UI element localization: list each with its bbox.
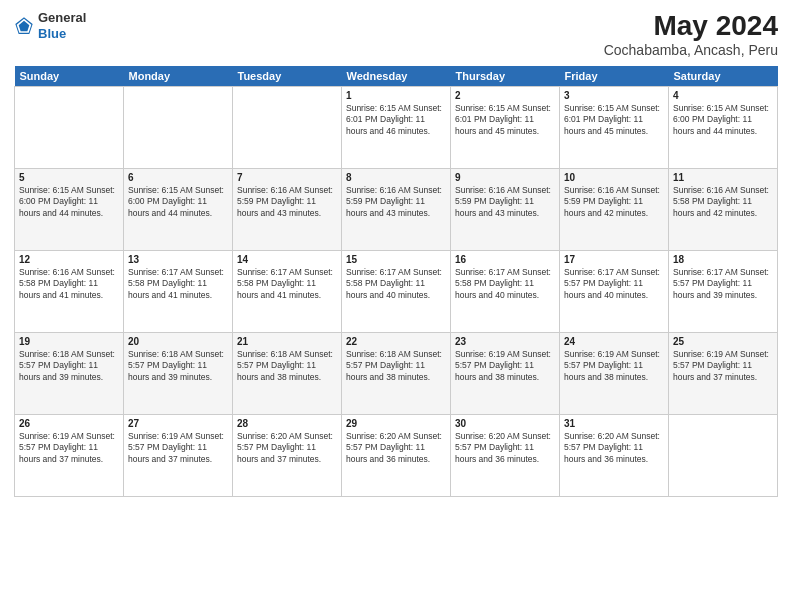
day-info: Sunrise: 6:17 AM Sunset: 5:57 PM Dayligh… [564,267,664,301]
calendar-table: Sunday Monday Tuesday Wednesday Thursday… [14,66,778,497]
day-number: 5 [19,172,119,183]
day-number: 27 [128,418,228,429]
day-number: 20 [128,336,228,347]
day-number: 13 [128,254,228,265]
logo-icon [14,16,34,36]
header-row: Sunday Monday Tuesday Wednesday Thursday… [15,66,778,87]
calendar-cell: 11Sunrise: 6:16 AM Sunset: 5:58 PM Dayli… [669,169,778,251]
calendar-cell: 28Sunrise: 6:20 AM Sunset: 5:57 PM Dayli… [233,415,342,497]
day-number: 7 [237,172,337,183]
calendar-cell [669,415,778,497]
day-info: Sunrise: 6:16 AM Sunset: 5:59 PM Dayligh… [564,185,664,219]
calendar-cell: 30Sunrise: 6:20 AM Sunset: 5:57 PM Dayli… [451,415,560,497]
calendar-cell: 12Sunrise: 6:16 AM Sunset: 5:58 PM Dayli… [15,251,124,333]
title-block: May 2024 Cochabamba, Ancash, Peru [604,10,778,58]
day-info: Sunrise: 6:19 AM Sunset: 5:57 PM Dayligh… [128,431,228,465]
day-number: 6 [128,172,228,183]
calendar-week-1: 1Sunrise: 6:15 AM Sunset: 6:01 PM Daylig… [15,87,778,169]
calendar-cell: 17Sunrise: 6:17 AM Sunset: 5:57 PM Dayli… [560,251,669,333]
page: General Blue May 2024 Cochabamba, Ancash… [0,0,792,612]
day-number: 18 [673,254,773,265]
day-number: 31 [564,418,664,429]
calendar-week-2: 5Sunrise: 6:15 AM Sunset: 6:00 PM Daylig… [15,169,778,251]
calendar-cell: 6Sunrise: 6:15 AM Sunset: 6:00 PM Daylig… [124,169,233,251]
calendar-cell: 16Sunrise: 6:17 AM Sunset: 5:58 PM Dayli… [451,251,560,333]
day-number: 1 [346,90,446,101]
day-info: Sunrise: 6:20 AM Sunset: 5:57 PM Dayligh… [237,431,337,465]
calendar-cell: 10Sunrise: 6:16 AM Sunset: 5:59 PM Dayli… [560,169,669,251]
day-info: Sunrise: 6:15 AM Sunset: 6:00 PM Dayligh… [19,185,119,219]
calendar-cell: 20Sunrise: 6:18 AM Sunset: 5:57 PM Dayli… [124,333,233,415]
day-info: Sunrise: 6:15 AM Sunset: 6:00 PM Dayligh… [673,103,773,137]
calendar-cell: 9Sunrise: 6:16 AM Sunset: 5:59 PM Daylig… [451,169,560,251]
header: General Blue May 2024 Cochabamba, Ancash… [14,10,778,58]
day-info: Sunrise: 6:17 AM Sunset: 5:58 PM Dayligh… [128,267,228,301]
day-info: Sunrise: 6:18 AM Sunset: 5:57 PM Dayligh… [237,349,337,383]
day-number: 4 [673,90,773,101]
day-info: Sunrise: 6:20 AM Sunset: 5:57 PM Dayligh… [346,431,446,465]
day-number: 24 [564,336,664,347]
calendar-cell: 2Sunrise: 6:15 AM Sunset: 6:01 PM Daylig… [451,87,560,169]
day-info: Sunrise: 6:15 AM Sunset: 6:01 PM Dayligh… [564,103,664,137]
col-tuesday: Tuesday [233,66,342,87]
calendar-cell: 21Sunrise: 6:18 AM Sunset: 5:57 PM Dayli… [233,333,342,415]
col-monday: Monday [124,66,233,87]
calendar-cell: 4Sunrise: 6:15 AM Sunset: 6:00 PM Daylig… [669,87,778,169]
day-info: Sunrise: 6:15 AM Sunset: 6:01 PM Dayligh… [455,103,555,137]
day-info: Sunrise: 6:17 AM Sunset: 5:57 PM Dayligh… [673,267,773,301]
calendar-title: May 2024 [604,10,778,42]
day-number: 11 [673,172,773,183]
logo-text: General Blue [38,10,86,41]
day-info: Sunrise: 6:18 AM Sunset: 5:57 PM Dayligh… [19,349,119,383]
calendar-cell [124,87,233,169]
calendar-cell [233,87,342,169]
day-number: 8 [346,172,446,183]
day-number: 30 [455,418,555,429]
day-number: 3 [564,90,664,101]
calendar-cell: 25Sunrise: 6:19 AM Sunset: 5:57 PM Dayli… [669,333,778,415]
day-number: 29 [346,418,446,429]
day-info: Sunrise: 6:16 AM Sunset: 5:59 PM Dayligh… [346,185,446,219]
day-info: Sunrise: 6:20 AM Sunset: 5:57 PM Dayligh… [455,431,555,465]
day-number: 10 [564,172,664,183]
calendar-cell: 8Sunrise: 6:16 AM Sunset: 5:59 PM Daylig… [342,169,451,251]
day-number: 23 [455,336,555,347]
day-info: Sunrise: 6:17 AM Sunset: 5:58 PM Dayligh… [237,267,337,301]
logo-blue: Blue [38,26,66,41]
day-info: Sunrise: 6:19 AM Sunset: 5:57 PM Dayligh… [673,349,773,383]
col-sunday: Sunday [15,66,124,87]
calendar-cell: 7Sunrise: 6:16 AM Sunset: 5:59 PM Daylig… [233,169,342,251]
calendar-cell: 31Sunrise: 6:20 AM Sunset: 5:57 PM Dayli… [560,415,669,497]
calendar-cell: 15Sunrise: 6:17 AM Sunset: 5:58 PM Dayli… [342,251,451,333]
calendar-week-5: 26Sunrise: 6:19 AM Sunset: 5:57 PM Dayli… [15,415,778,497]
day-info: Sunrise: 6:19 AM Sunset: 5:57 PM Dayligh… [19,431,119,465]
calendar-cell: 26Sunrise: 6:19 AM Sunset: 5:57 PM Dayli… [15,415,124,497]
day-number: 14 [237,254,337,265]
calendar-cell: 5Sunrise: 6:15 AM Sunset: 6:00 PM Daylig… [15,169,124,251]
calendar-cell: 23Sunrise: 6:19 AM Sunset: 5:57 PM Dayli… [451,333,560,415]
col-saturday: Saturday [669,66,778,87]
day-number: 25 [673,336,773,347]
calendar-cell: 29Sunrise: 6:20 AM Sunset: 5:57 PM Dayli… [342,415,451,497]
calendar-cell: 13Sunrise: 6:17 AM Sunset: 5:58 PM Dayli… [124,251,233,333]
day-number: 17 [564,254,664,265]
calendar-cell: 24Sunrise: 6:19 AM Sunset: 5:57 PM Dayli… [560,333,669,415]
col-friday: Friday [560,66,669,87]
calendar-cell: 22Sunrise: 6:18 AM Sunset: 5:57 PM Dayli… [342,333,451,415]
day-number: 26 [19,418,119,429]
calendar-week-4: 19Sunrise: 6:18 AM Sunset: 5:57 PM Dayli… [15,333,778,415]
day-number: 19 [19,336,119,347]
day-info: Sunrise: 6:20 AM Sunset: 5:57 PM Dayligh… [564,431,664,465]
calendar-cell: 27Sunrise: 6:19 AM Sunset: 5:57 PM Dayli… [124,415,233,497]
calendar-cell: 3Sunrise: 6:15 AM Sunset: 6:01 PM Daylig… [560,87,669,169]
logo-general: General [38,10,86,25]
day-info: Sunrise: 6:16 AM Sunset: 5:58 PM Dayligh… [673,185,773,219]
day-info: Sunrise: 6:18 AM Sunset: 5:57 PM Dayligh… [346,349,446,383]
calendar-cell: 14Sunrise: 6:17 AM Sunset: 5:58 PM Dayli… [233,251,342,333]
day-number: 16 [455,254,555,265]
day-info: Sunrise: 6:18 AM Sunset: 5:57 PM Dayligh… [128,349,228,383]
col-thursday: Thursday [451,66,560,87]
logo: General Blue [14,10,86,41]
calendar-subtitle: Cochabamba, Ancash, Peru [604,42,778,58]
day-info: Sunrise: 6:16 AM Sunset: 5:59 PM Dayligh… [237,185,337,219]
